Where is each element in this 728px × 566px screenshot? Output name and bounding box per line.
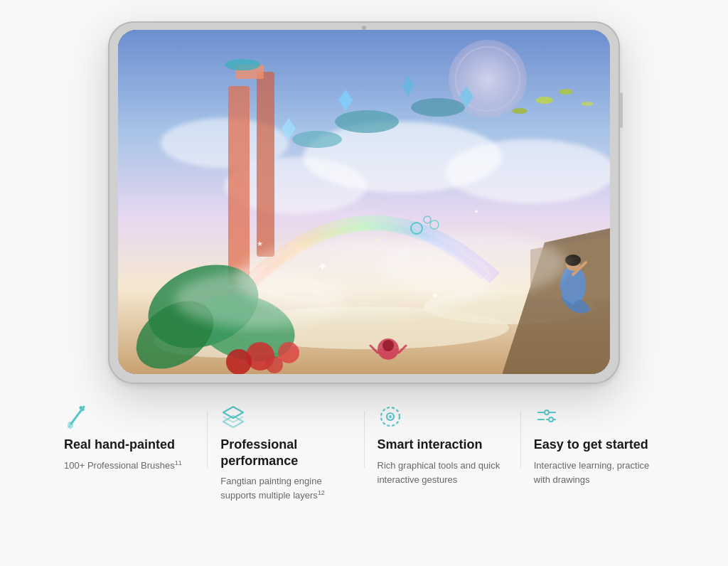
tablet-frame: ✦ ✦ ✧ ✦ ★: [108, 21, 620, 384]
svg-point-15: [292, 131, 342, 148]
svg-point-48: [307, 193, 421, 306]
svg-point-27: [266, 356, 283, 373]
svg-text:✦: ✦: [473, 208, 479, 215]
feature-desc-hand-painted: 100+ Professional Brushes11: [64, 459, 182, 473]
feature-title-hand-painted: Real hand-painted: [64, 437, 175, 453]
svg-point-66: [549, 417, 553, 422]
svg-point-42: [559, 89, 573, 95]
svg-point-54: [68, 422, 73, 429]
feature-professional: Professional performance Fangtian painti…: [208, 404, 363, 503]
svg-point-14: [335, 110, 399, 133]
feature-easy-start: Easy to get started Interactive learning…: [521, 404, 677, 487]
feature-desc-smart: Rich graphical tools and quick interacti…: [378, 459, 508, 487]
svg-point-13: [225, 59, 260, 70]
side-button: [620, 92, 623, 128]
svg-point-5: [445, 139, 610, 203]
svg-point-16: [411, 98, 465, 117]
feature-desc-professional: Fangtian painting engine supports multip…: [220, 474, 350, 503]
svg-rect-11: [257, 72, 274, 257]
feature-title-easy: Easy to get started: [534, 437, 648, 453]
svg-point-30: [565, 255, 581, 266]
svg-rect-10: [228, 86, 250, 285]
svg-point-61: [389, 415, 392, 418]
feature-title-smart: Smart interaction: [378, 437, 483, 453]
features-section: Real hand-painted 100+ Professional Brus…: [23, 384, 705, 518]
feature-desc-easy: Interactive learning, practice with draw…: [534, 459, 664, 487]
easy-start-icon: [534, 404, 560, 429]
svg-point-43: [512, 108, 528, 114]
feature-title-professional: Professional performance: [220, 437, 350, 469]
svg-point-63: [545, 410, 549, 415]
layers-icon: [220, 404, 246, 429]
camera-dot: [362, 26, 366, 30]
tablet-device: ✦ ✦ ✧ ✦ ★: [108, 21, 620, 384]
interaction-icon: [378, 404, 403, 429]
screen-artwork: ✦ ✦ ✧ ✦ ★: [118, 30, 610, 374]
svg-point-26: [226, 349, 252, 374]
brush-icon: [64, 404, 90, 429]
svg-point-41: [536, 97, 553, 104]
feature-smart-interaction: Smart interaction Rich graphical tools a…: [365, 404, 520, 487]
feature-hand-painted: Real hand-painted 100+ Professional Brus…: [51, 404, 207, 473]
tablet-screen: ✦ ✦ ✧ ✦ ★: [118, 30, 610, 374]
svg-text:★: ★: [257, 240, 263, 247]
svg-point-38: [382, 340, 394, 351]
svg-point-44: [581, 102, 594, 106]
